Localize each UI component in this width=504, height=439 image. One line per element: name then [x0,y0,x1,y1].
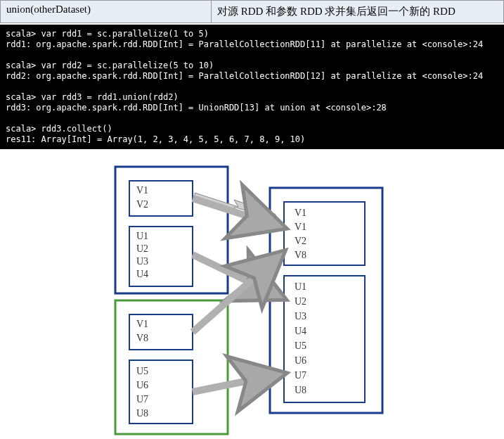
result-box [284,276,365,402]
term-line-4: scala> var rdd2 = sc.parallelize(5 to 10… [6,61,214,70]
result-item: V1 [295,222,306,232]
partition-item: U8 [136,408,148,419]
arrow-icon [193,374,280,392]
union-diagram: V1 V2 U1 U2 U3 U4 V1 V8 U5 U6 U7 U8 V1 V… [112,163,393,440]
result-item: U3 [295,311,306,322]
result-item: U7 [295,370,306,381]
result-item: V2 [295,236,306,246]
partition-item: U4 [136,269,148,279]
term-line-2: rdd1: org.apache.spark.rdd.RDD[Int] = Pa… [6,39,483,49]
method-name-cell: union(otherDataset) [1,1,212,23]
partition-item: V2 [136,199,148,210]
svg-marker-0 [195,193,279,221]
partition-item: U6 [136,380,148,390]
partition-item: V8 [136,333,148,343]
description-cell: 对源 RDD 和参数 RDD 求并集后返回一个新的 RDD [212,1,503,23]
result-item: U2 [295,296,306,307]
result-item: U8 [295,385,306,395]
partition-item: V1 [136,185,148,196]
term-line-5: rdd2: org.apache.spark.rdd.RDD[Int] = Pa… [6,71,483,81]
group-blue-rect [115,167,228,293]
term-line-10: scala> rdd3.collect() [6,124,112,134]
partition-item: U3 [136,256,148,267]
result-item: U1 [295,281,306,292]
partition-item: U2 [136,243,148,254]
term-line-8: rdd3: org.apache.spark.rdd.RDD[Int] = Un… [6,103,387,113]
method-name: union(otherDataset) [6,4,91,15]
svg-line-4 [193,374,280,392]
description-text: 对源 RDD 和参数 RDD 求并集后返回一个新的 RDD [217,6,455,17]
header-row: union(otherDataset) 对源 RDD 和参数 RDD 求并集后返… [0,0,504,23]
term-line-7: scala> var rdd3 = rdd1.union(rdd2) [6,92,179,102]
diagram-area: V1 V2 U1 U2 U3 U4 V1 V8 U5 U6 U7 U8 V1 V… [0,149,504,440]
term-line-11: res11: Array[Int] = Array(1, 2, 3, 4, 5,… [6,134,305,144]
partition-item: U7 [136,394,148,405]
result-item: U6 [295,355,306,366]
terminal-block: scala> var rdd1 = sc.parallelize(1 to 5)… [0,25,504,149]
result-item: V8 [295,250,306,260]
arrow-icon [193,193,280,227]
result-item: V1 [295,208,306,218]
partition-item: U1 [136,231,148,241]
term-line-1: scala> var rdd1 = sc.parallelize(1 to 5) [6,29,209,39]
result-item: U4 [295,326,306,336]
result-item: U5 [295,341,306,351]
partition-item: V1 [136,319,148,329]
partition-item: U5 [136,366,148,376]
